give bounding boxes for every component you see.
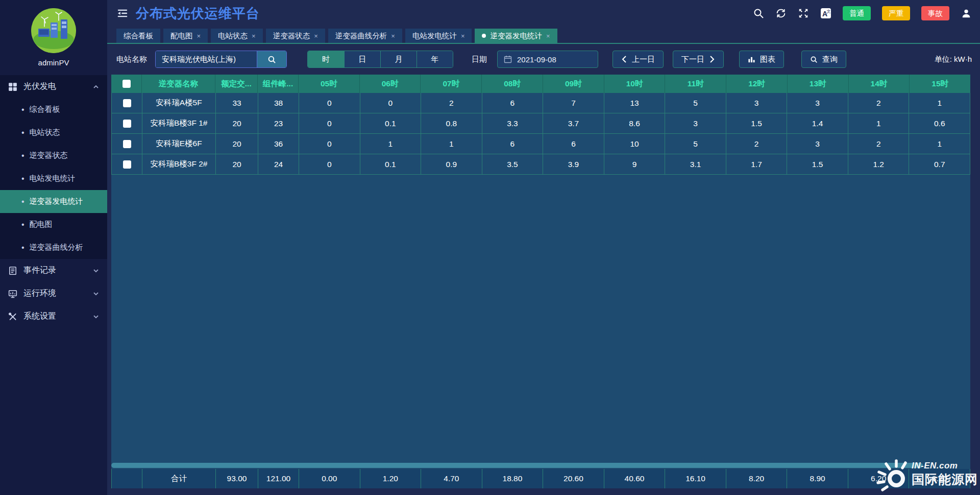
table-cell: 20: [216, 134, 258, 154]
user-icon[interactable]: [961, 8, 972, 19]
column-header: 12时: [726, 75, 788, 93]
previous-day-button[interactable]: 上一日: [612, 51, 664, 68]
tab[interactable]: 电站发电统计×: [405, 29, 472, 43]
main-area: 分布式光伏运维平台 A文 普通严重事故 综合看板配电图×电站状态×逆变器状态×逆…: [107, 0, 980, 495]
column-header: 组件峰...: [258, 75, 299, 93]
topbar: 分布式光伏运维平台 A文 普通严重事故: [107, 0, 980, 27]
date-picker[interactable]: 2021-09-08: [497, 51, 598, 68]
tab-close-icon[interactable]: ×: [391, 33, 395, 39]
query-toolbar: 电站名称 时日月年 日期 2021-09-08 上一日: [107, 44, 980, 75]
table-cell: 6: [482, 93, 544, 113]
fullscreen-icon[interactable]: [798, 8, 809, 19]
tab[interactable]: 逆变器状态×: [266, 29, 325, 43]
chevron-up-icon: [93, 84, 99, 90]
tab-close-icon[interactable]: ×: [546, 33, 550, 39]
table-cell: 0.9: [421, 154, 482, 174]
period-button[interactable]: 日: [344, 51, 380, 67]
table-cell: 1: [909, 134, 970, 154]
sidebar-subitem[interactable]: •逆变器曲线分析: [0, 236, 107, 259]
horizontal-scrollbar-thumb[interactable]: [111, 463, 923, 468]
footer-total-cell: 121.00: [258, 469, 299, 488]
bullet-icon: •: [21, 220, 24, 229]
station-name-input[interactable]: [156, 51, 257, 67]
table-cell: 3.7: [543, 113, 604, 133]
tab[interactable]: 逆变器发电统计×: [475, 29, 557, 43]
column-header: 07时: [421, 75, 482, 93]
sidebar-subitem[interactable]: •综合看板: [0, 98, 107, 121]
sidebar-item[interactable]: 系统设置: [0, 305, 107, 328]
table-footer-row: 合计93.00121.000.001.204.7018.8020.6040.60…: [111, 469, 970, 488]
table-cell: 6: [482, 134, 544, 154]
period-button[interactable]: 年: [416, 51, 453, 67]
row-checkbox[interactable]: [123, 120, 131, 128]
chart-view-button[interactable]: 图表: [739, 51, 784, 68]
tab[interactable]: 配电图×: [163, 29, 208, 43]
horizontal-scrollbar: [111, 462, 970, 469]
table-row[interactable]: 安科瑞B楼3F 2#202400.10.93.53.993.11.71.51.2…: [112, 154, 970, 175]
footer-total-cell: 8.20: [726, 469, 788, 488]
status-badge[interactable]: 严重: [882, 6, 910, 20]
monitor-icon: [8, 289, 17, 298]
status-badge[interactable]: 事故: [921, 6, 949, 20]
sidebar-subitem[interactable]: •逆变器状态: [0, 144, 107, 167]
inverter-name-cell: 安科瑞B楼3F 1#: [142, 113, 216, 133]
table-row[interactable]: 安科瑞B楼3F 1#202300.10.83.33.78.631.51.410.…: [112, 113, 970, 134]
footer-checkbox-cell: [112, 469, 142, 488]
table-cell: 0.1: [360, 113, 422, 133]
period-button[interactable]: 月: [380, 51, 416, 67]
status-badge[interactable]: 普通: [843, 6, 871, 20]
row-checkbox[interactable]: [123, 140, 131, 148]
tab-close-icon[interactable]: ×: [314, 33, 318, 39]
search-icon[interactable]: [753, 8, 764, 19]
sidebar-item-label: 事件记录: [23, 265, 56, 276]
query-button[interactable]: 查询: [801, 51, 846, 68]
tab[interactable]: 电站状态×: [211, 29, 263, 43]
sidebar-item[interactable]: 光伏发电: [0, 75, 107, 98]
date-value: 2021-09-08: [517, 55, 556, 64]
row-checkbox[interactable]: [123, 160, 131, 169]
sidebar-item[interactable]: 运行环境: [0, 282, 107, 305]
sidebar-subitem[interactable]: •逆变器发电统计: [0, 190, 107, 213]
tab[interactable]: 综合看板: [116, 29, 160, 43]
row-checkbox[interactable]: [123, 99, 131, 107]
solar-city-logo-icon: [31, 8, 76, 53]
column-header: 06时: [360, 75, 421, 93]
username-label: adminPV: [0, 58, 107, 67]
bullet-icon: •: [21, 174, 24, 183]
footer-total-cell: 40.60: [604, 469, 666, 488]
table-cell: 1: [360, 134, 422, 154]
table-cell: 2: [726, 134, 788, 154]
translate-icon[interactable]: A文: [820, 8, 831, 19]
tab-close-icon[interactable]: ×: [252, 33, 256, 39]
tab-label: 电站发电统计: [412, 31, 457, 41]
table-cell: 2: [421, 93, 482, 113]
bullet-icon: •: [21, 243, 24, 252]
tab[interactable]: 逆变器曲线分析×: [328, 29, 402, 43]
company-logo: [31, 8, 76, 53]
sidebar-subitem[interactable]: •电站发电统计: [0, 167, 107, 190]
table-row[interactable]: 安科瑞A楼5F3338002671353321: [112, 93, 970, 113]
table-cell: 9: [604, 154, 666, 174]
sidebar-subitem[interactable]: •电站状态: [0, 121, 107, 144]
sidebar-section: 系统设置: [0, 305, 107, 328]
station-search-button[interactable]: [257, 51, 286, 67]
select-all-checkbox[interactable]: [122, 80, 131, 88]
tab-close-icon[interactable]: ×: [461, 33, 465, 39]
period-button[interactable]: 时: [308, 51, 344, 67]
next-day-button[interactable]: 下一日: [673, 51, 724, 68]
table-cell: 1: [909, 93, 970, 113]
refresh-icon[interactable]: [775, 8, 787, 19]
tab-close-icon[interactable]: ×: [197, 33, 201, 39]
sidebar-item[interactable]: 事件记录: [0, 259, 107, 282]
inverter-generation-table: 逆变器名称额定交...组件峰...05时06时07时08时09时10时11时12…: [111, 75, 970, 488]
sidebar-subitem[interactable]: •配电图: [0, 213, 107, 236]
table-body: 安科瑞A楼5F3338002671353321安科瑞B楼3F 1#202300.…: [111, 93, 970, 175]
bullet-icon: •: [21, 128, 24, 137]
table-cell: 0.8: [421, 113, 482, 133]
tab-label: 配电图: [170, 31, 193, 41]
table-row[interactable]: 安科瑞E楼6F2036011661052321: [112, 134, 970, 154]
footer-total-cell: 1.20: [360, 469, 422, 488]
collapse-menu-icon[interactable]: [116, 8, 129, 19]
column-header: 09时: [543, 75, 604, 93]
table-cell: 10: [604, 134, 666, 154]
